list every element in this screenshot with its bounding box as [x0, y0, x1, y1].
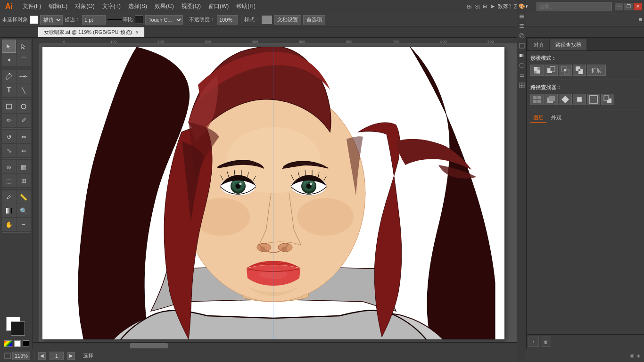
fill-stroke-swatches[interactable]: [6, 317, 27, 337]
shape-modes-row: 扩展: [530, 65, 640, 76]
stroke-color-swatch[interactable]: [135, 16, 143, 24]
app-stock-icon[interactable]: St: [475, 4, 480, 9]
svg-point-47: [260, 247, 265, 251]
scale-tool[interactable]: ⤡: [2, 144, 16, 157]
send-icon[interactable]: ➤: [490, 3, 495, 10]
rect-tool[interactable]: [2, 100, 16, 113]
menu-help[interactable]: 帮助(H): [232, 1, 259, 11]
menu-window[interactable]: 窗口(W): [205, 1, 232, 11]
pen-tool[interactable]: [2, 70, 16, 83]
restore-button[interactable]: ❐: [624, 3, 633, 10]
page-number-input[interactable]: [50, 352, 64, 360]
zoom-input[interactable]: [12, 352, 30, 360]
svg-rect-67: [520, 85, 522, 88]
panel-delete-layer-btn[interactable]: 🗑: [541, 337, 551, 347]
pf-trim-btn[interactable]: [545, 94, 558, 105]
search-input[interactable]: [537, 2, 612, 11]
none-swatch[interactable]: [14, 340, 21, 347]
horizontal-scroll-thumb[interactable]: [130, 343, 168, 348]
opacity-label: 不透明度：: [189, 16, 215, 23]
layers-tab-btn[interactable]: 图层: [530, 113, 546, 123]
panel-color-icon[interactable]: 🎨: [518, 2, 526, 10]
rotate-tool[interactable]: ↺: [2, 130, 16, 143]
align-tab[interactable]: 对齐: [528, 39, 549, 50]
extra-options-icon[interactable]: ≡: [638, 16, 642, 23]
fill-color-swatch[interactable]: [30, 16, 38, 24]
panel-pathfinder-icon[interactable]: [518, 32, 526, 40]
zoom-out-tool[interactable]: −: [17, 218, 31, 231]
menu-effect[interactable]: 效果(C): [151, 1, 178, 11]
panel-transform-icon[interactable]: [518, 41, 526, 50]
preferences-button[interactable]: 首选项: [303, 15, 325, 25]
menu-view[interactable]: 视图(Q): [178, 1, 205, 11]
artboard-tool[interactable]: ⬚: [2, 174, 16, 187]
panel-appearance-icon[interactable]: [518, 61, 526, 70]
opacity-input[interactable]: [217, 15, 238, 25]
panel-align-icon[interactable]: [518, 22, 526, 30]
zoom-tool[interactable]: 🔍: [17, 204, 31, 217]
appearance-tab-btn[interactable]: 外观: [548, 113, 564, 123]
stroke-type-select[interactable]: 描边: [40, 15, 63, 25]
magic-wand-tool[interactable]: ✦: [2, 53, 16, 66]
direct-selection-tool[interactable]: [17, 40, 31, 53]
status-icon-1[interactable]: ◉: [630, 353, 635, 359]
brush-tool[interactable]: ✏: [2, 114, 16, 127]
blend-tool[interactable]: ∞: [2, 160, 16, 173]
style-swatch[interactable]: [262, 16, 272, 24]
text-tool[interactable]: T: [2, 83, 16, 97]
panel-layers-icon[interactable]: [518, 12, 526, 20]
pf-crop-btn[interactable]: [573, 94, 586, 105]
pf-outline-btn[interactable]: [587, 94, 600, 105]
horizontal-scrollbar[interactable]: [33, 342, 520, 349]
panel-new-layer-btn[interactable]: +: [528, 337, 539, 347]
menu-text[interactable]: 文字(T): [99, 1, 124, 11]
black-swatch[interactable]: [23, 340, 29, 347]
slice-tool[interactable]: ⊞: [17, 174, 31, 187]
menu-select[interactable]: 选择(S): [124, 1, 151, 11]
app-bridge-icon[interactable]: Br: [467, 4, 472, 9]
stroke-swatch[interactable]: [11, 321, 25, 336]
no-selection-label: 未选择对象: [2, 16, 28, 23]
minimize-button[interactable]: —: [615, 3, 623, 10]
shape-minus-front-btn[interactable]: [545, 65, 558, 76]
pencil-tool[interactable]: ✐: [17, 114, 31, 127]
gradient-tool[interactable]: [2, 204, 16, 217]
pathfinder-tab[interactable]: 路径查找器: [550, 39, 586, 50]
panel-gradient-icon[interactable]: [518, 51, 526, 60]
tab-close-button[interactable]: ×: [136, 30, 139, 35]
menu-file[interactable]: 文件(F): [19, 1, 45, 11]
selection-tool[interactable]: [2, 40, 16, 53]
panel-expand-icon[interactable]: [518, 71, 526, 80]
color-spectrum[interactable]: [4, 340, 12, 347]
next-page-btn[interactable]: ▶: [67, 352, 75, 360]
canvas-area[interactable]: 0 100 200 300 400 500 600 700 800 900: [33, 38, 526, 349]
graph-tool[interactable]: ▦: [17, 160, 31, 173]
status-icon-2[interactable]: ◈: [636, 353, 640, 359]
shape-unite-btn[interactable]: [530, 65, 544, 76]
stroke-width-input[interactable]: [82, 15, 106, 25]
pf-minus-back-btn[interactable]: [601, 94, 614, 105]
menu-object[interactable]: 对象(O): [71, 1, 98, 11]
panel-expand2-icon[interactable]: [518, 81, 526, 90]
hand-tool[interactable]: ✋: [2, 218, 16, 231]
shape-exclude-btn[interactable]: [573, 65, 586, 76]
reflect-tool[interactable]: ⇔: [17, 130, 31, 143]
ellipse-tool[interactable]: [17, 100, 31, 113]
document-tab[interactable]: 女歌唱家.ai @ 119% (RGB/GPU 预览) ×: [38, 27, 145, 37]
menu-edit[interactable]: 编辑(E): [45, 1, 71, 11]
eyedropper-tool[interactable]: [2, 190, 16, 204]
measure-tool[interactable]: 📏: [17, 190, 31, 204]
width-tool[interactable]: ⇐: [17, 144, 31, 157]
pf-merge-btn[interactable]: [559, 94, 572, 105]
toolbar-layout-icon[interactable]: ⊞: [483, 3, 487, 9]
add-anchor-tool[interactable]: +✒: [17, 70, 31, 83]
brush-select[interactable]: Touch C...: [145, 15, 183, 25]
shape-intersect-btn[interactable]: [559, 65, 572, 76]
close-button[interactable]: ✕: [634, 3, 642, 10]
line-tool[interactable]: ╲: [17, 83, 31, 97]
expand-button[interactable]: 扩展: [587, 65, 606, 76]
prev-page-btn[interactable]: ◀: [38, 352, 46, 360]
lasso-tool[interactable]: ⌒: [17, 53, 31, 66]
doc-settings-button[interactable]: 文档设置: [274, 15, 301, 25]
pf-divide-btn[interactable]: [530, 94, 544, 105]
